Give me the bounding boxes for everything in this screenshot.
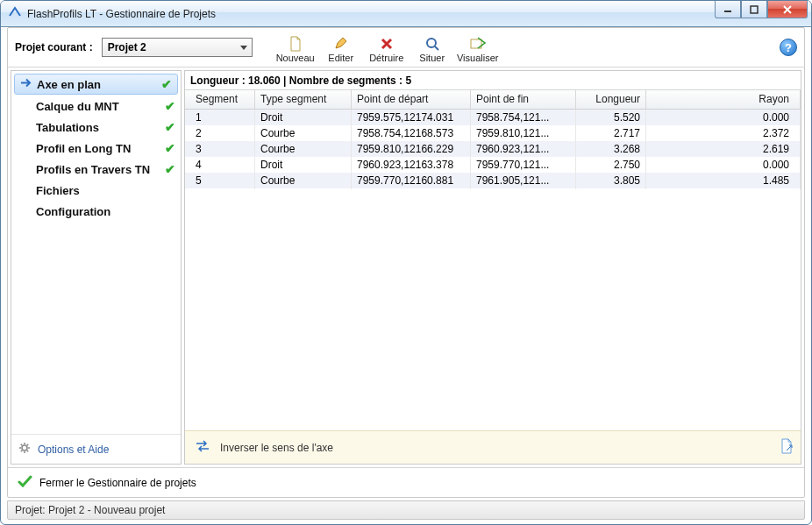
close-button[interactable] bbox=[767, 1, 808, 18]
cell-length: 2.717 bbox=[576, 124, 646, 142]
cell-segment: 4 bbox=[185, 156, 255, 174]
column-end[interactable]: Point de fin bbox=[471, 90, 576, 109]
check-icon: ✔ bbox=[165, 162, 175, 176]
status-bar: Projet: Projet 2 - Nouveau projet bbox=[7, 500, 805, 520]
main-header: Longueur : 18.060 | Nombre de segments :… bbox=[185, 71, 801, 90]
table-row[interactable]: 3 Courbe 7959.810,12166.229 7960.923,121… bbox=[185, 141, 801, 157]
app-icon bbox=[8, 5, 22, 22]
status-text: Projet: Projet 2 - Nouveau projet bbox=[15, 504, 165, 516]
sidebar-footer-label: Options et Aide bbox=[38, 443, 109, 456]
cell-length: 3.268 bbox=[576, 140, 646, 158]
table-row[interactable]: 5 Courbe 7959.770,12160.881 7961.905,121… bbox=[185, 173, 801, 188]
table-row[interactable]: 1 Droit 7959.575,12174.031 7958.754,121.… bbox=[185, 110, 801, 125]
project-dropdown[interactable]: Projet 2 bbox=[102, 38, 253, 57]
column-segment[interactable]: Segment bbox=[185, 90, 255, 109]
main-panel: Longueur : 18.060 | Nombre de segments :… bbox=[184, 70, 801, 465]
client-area: Projet courant : Projet 2 Nouveau Editer bbox=[7, 27, 805, 498]
toolbar-actions: Nouveau Editer Détruire bbox=[274, 31, 500, 64]
sidebar-item-label: Tabulations bbox=[36, 121, 99, 134]
column-radius[interactable]: Rayon bbox=[646, 90, 801, 109]
help-button[interactable]: ? bbox=[780, 39, 797, 56]
situer-button[interactable]: Situer bbox=[410, 31, 454, 64]
current-project-label: Projet courant : bbox=[15, 41, 93, 53]
sidebar-item-fichiers[interactable]: Fichiers bbox=[11, 180, 181, 201]
sidebar-footer[interactable]: Options et Aide bbox=[11, 434, 181, 464]
cell-start: 7959.770,12160.881 bbox=[352, 172, 471, 189]
cell-radius: 0.000 bbox=[646, 156, 801, 174]
grid-body: 1 Droit 7959.575,12174.031 7958.754,121.… bbox=[185, 110, 801, 430]
main-footer-label: Inverser le sens de l'axe bbox=[220, 442, 333, 454]
cell-type: Droit bbox=[255, 156, 352, 174]
check-icon: ✔ bbox=[165, 141, 175, 155]
column-length[interactable]: Longueur bbox=[576, 90, 646, 109]
sidebar-item-axe-en-plan[interactable]: Axe en plan ✔ bbox=[14, 74, 178, 95]
visualiser-button[interactable]: Visualiser bbox=[456, 31, 500, 64]
sidebar-item-label: Configuration bbox=[36, 205, 110, 218]
cell-end: 7959.810,121... bbox=[471, 124, 576, 142]
sidebar-item-label: Profils en Travers TN bbox=[36, 163, 150, 176]
window-title: FlashProfils LT - Gestionnaire de Projet… bbox=[27, 8, 216, 20]
nouveau-button[interactable]: Nouveau bbox=[274, 31, 317, 64]
sidebar-item-tabulations[interactable]: Tabulations ✔ bbox=[11, 117, 181, 138]
magnifier-icon bbox=[425, 35, 439, 53]
sidebar-item-calque-mnt[interactable]: Calque du MNT ✔ bbox=[11, 96, 181, 117]
cell-end: 7960.923,121... bbox=[471, 140, 576, 158]
sidebar-item-label: Axe en plan bbox=[37, 78, 101, 91]
detruire-button[interactable]: Détruire bbox=[365, 31, 409, 64]
file-new-icon bbox=[288, 35, 303, 53]
editer-button[interactable]: Editer bbox=[319, 31, 363, 64]
check-icon: ✔ bbox=[165, 120, 175, 134]
svg-point-2 bbox=[427, 39, 436, 47]
sidebar-item-configuration[interactable]: Configuration bbox=[11, 201, 181, 222]
svg-rect-1 bbox=[751, 6, 758, 13]
cell-end: 7959.770,121... bbox=[471, 156, 576, 174]
gear-icon bbox=[18, 442, 31, 457]
table-row[interactable]: 2 Courbe 7958.754,12168.573 7959.810,121… bbox=[185, 125, 801, 141]
visualize-icon bbox=[470, 35, 486, 53]
sidebar-item-profils-travers[interactable]: Profils en Travers TN ✔ bbox=[11, 159, 181, 180]
column-type[interactable]: Type segment bbox=[255, 90, 352, 109]
situer-label: Situer bbox=[419, 53, 445, 63]
maximize-button[interactable] bbox=[741, 1, 767, 18]
column-start[interactable]: Point de départ bbox=[352, 90, 471, 109]
cell-segment: 2 bbox=[185, 124, 255, 142]
cell-type: Courbe bbox=[255, 172, 352, 189]
project-dropdown-value: Projet 2 bbox=[108, 41, 146, 53]
sidebar-item-profil-long[interactable]: Profil en Long TN ✔ bbox=[11, 138, 181, 159]
sidebar-item-label: Fichiers bbox=[36, 184, 80, 197]
main-window: FlashProfils LT - Gestionnaire de Projet… bbox=[0, 0, 812, 525]
editer-label: Editer bbox=[328, 53, 353, 63]
svg-rect-0 bbox=[724, 11, 731, 12]
cell-radius: 2.372 bbox=[646, 124, 801, 142]
cell-start: 7958.754,12168.573 bbox=[352, 124, 471, 142]
cell-start: 7960.923,12163.378 bbox=[352, 156, 471, 174]
detruire-label: Détruire bbox=[369, 53, 403, 63]
minimize-button[interactable] bbox=[715, 1, 741, 18]
close-manager-button[interactable]: Fermer le Gestionnaire de projets bbox=[39, 477, 196, 489]
cell-segment: 3 bbox=[185, 140, 255, 158]
cell-type: Courbe bbox=[255, 124, 352, 142]
svg-point-4 bbox=[22, 445, 27, 451]
toolbar: Projet courant : Projet 2 Nouveau Editer bbox=[8, 28, 804, 67]
sidebar-item-label: Calque du MNT bbox=[36, 100, 119, 113]
cell-segment: 5 bbox=[185, 172, 255, 189]
sidebar: Axe en plan ✔ Calque du MNT ✔ Tabulation… bbox=[11, 70, 182, 465]
window-controls bbox=[715, 1, 808, 18]
sidebar-item-label: Profil en Long TN bbox=[36, 142, 131, 155]
bottom-bar: Fermer le Gestionnaire de projets bbox=[8, 467, 804, 497]
sidebar-list: Axe en plan ✔ Calque du MNT ✔ Tabulation… bbox=[11, 71, 181, 434]
main-footer[interactable]: Inverser le sens de l'axe bbox=[185, 430, 801, 464]
pencil-icon bbox=[334, 35, 348, 53]
title-bar: FlashProfils LT - Gestionnaire de Projet… bbox=[1, 1, 811, 27]
cell-radius: 1.485 bbox=[646, 172, 801, 189]
body-split: Axe en plan ✔ Calque du MNT ✔ Tabulation… bbox=[8, 67, 804, 467]
page-icon[interactable] bbox=[780, 438, 794, 457]
check-icon: ✔ bbox=[165, 99, 175, 113]
check-icon: ✔ bbox=[161, 77, 172, 91]
check-green-icon bbox=[17, 473, 32, 492]
cell-type: Courbe bbox=[255, 140, 352, 158]
table-row[interactable]: 4 Droit 7960.923,12163.378 7959.770,121.… bbox=[185, 157, 801, 173]
nouveau-label: Nouveau bbox=[276, 53, 315, 63]
arrow-right-icon bbox=[20, 78, 32, 91]
cell-start: 7959.810,12166.229 bbox=[352, 140, 471, 158]
